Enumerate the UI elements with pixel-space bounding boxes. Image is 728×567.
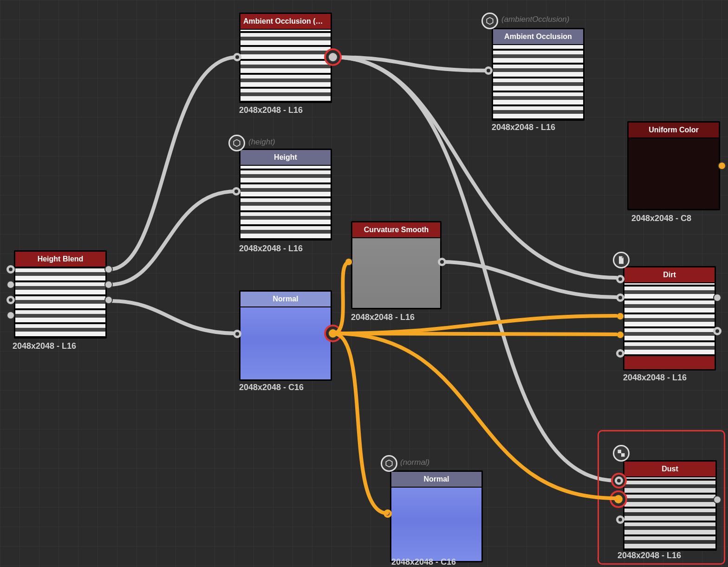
node-preview bbox=[240, 30, 331, 102]
input-port[interactable] bbox=[6, 311, 15, 319]
output-tag: (ambientOcclusion) bbox=[501, 15, 569, 24]
output-tag: (height) bbox=[248, 137, 275, 147]
node-dirt[interactable]: Dirt bbox=[623, 266, 716, 371]
output-port[interactable] bbox=[713, 495, 722, 504]
input-port-color[interactable] bbox=[384, 509, 392, 518]
output-port[interactable] bbox=[713, 327, 722, 335]
output-port-color-selected[interactable] bbox=[328, 328, 338, 339]
checker-icon bbox=[613, 445, 630, 462]
node-ambient-occlusion-hb[interactable]: Ambient Occlusion (HB... bbox=[239, 13, 332, 103]
node-resolution: 2048x2048 - C16 bbox=[391, 557, 456, 567]
input-port[interactable] bbox=[6, 296, 15, 304]
input-port[interactable] bbox=[232, 187, 240, 196]
node-resolution: 2048x2048 - L16 bbox=[618, 551, 681, 560]
node-normal-output[interactable]: Normal bbox=[390, 470, 483, 562]
cube-icon bbox=[481, 13, 498, 29]
node-ambient-occlusion-output[interactable]: Ambient Occlusion bbox=[492, 28, 585, 121]
node-resolution: 2048x2048 - L16 bbox=[351, 313, 415, 322]
input-port[interactable] bbox=[616, 515, 624, 524]
input-port[interactable] bbox=[233, 53, 241, 61]
node-preview bbox=[240, 166, 331, 239]
node-uniform-color[interactable]: Uniform Color bbox=[627, 121, 720, 210]
output-port[interactable] bbox=[438, 258, 446, 266]
node-preview bbox=[629, 138, 719, 209]
output-port-selected[interactable] bbox=[328, 52, 338, 62]
node-preview bbox=[493, 45, 583, 119]
node-resolution: 2048x2048 - C8 bbox=[631, 214, 691, 223]
node-footer bbox=[624, 355, 715, 369]
node-normal[interactable]: Normal bbox=[239, 290, 332, 381]
node-resolution: 2048x2048 - C16 bbox=[239, 383, 304, 392]
input-port[interactable] bbox=[616, 349, 624, 358]
node-curvature-smooth[interactable]: Curvature Smooth bbox=[351, 221, 442, 309]
output-tag: (normal) bbox=[400, 458, 429, 467]
input-port-color-selected[interactable] bbox=[613, 494, 624, 504]
node-preview bbox=[240, 307, 331, 379]
node-height-output[interactable]: Height bbox=[239, 149, 332, 241]
node-title: Normal bbox=[391, 472, 481, 488]
node-title: Height Blend bbox=[15, 252, 105, 267]
node-title: Dirt bbox=[624, 267, 715, 283]
node-preview bbox=[624, 283, 715, 355]
node-resolution: 2048x2048 - L16 bbox=[492, 123, 555, 132]
node-height-blend[interactable]: Height Blend bbox=[14, 250, 107, 339]
cube-icon bbox=[381, 455, 397, 472]
node-title: Ambient Occlusion bbox=[493, 29, 583, 45]
input-port-color[interactable] bbox=[616, 312, 624, 320]
output-port[interactable] bbox=[104, 280, 113, 289]
node-title: Dust bbox=[624, 462, 715, 477]
node-title: Normal bbox=[240, 292, 331, 307]
node-resolution: 2048x2048 - L16 bbox=[239, 105, 303, 115]
node-title: Height bbox=[240, 150, 331, 166]
input-port[interactable] bbox=[233, 330, 241, 338]
node-dust[interactable]: Dust bbox=[623, 460, 717, 551]
input-port[interactable] bbox=[484, 66, 493, 75]
node-preview bbox=[624, 477, 715, 549]
node-resolution: 2048x2048 - L16 bbox=[623, 373, 687, 383]
input-port[interactable] bbox=[6, 265, 15, 274]
node-preview bbox=[391, 488, 481, 561]
node-title: Uniform Color bbox=[629, 123, 719, 138]
input-port-color[interactable] bbox=[616, 331, 624, 339]
node-preview bbox=[15, 267, 105, 337]
input-port[interactable] bbox=[616, 293, 624, 302]
output-port[interactable] bbox=[104, 296, 113, 304]
document-icon bbox=[613, 252, 630, 268]
input-port[interactable] bbox=[6, 280, 15, 289]
node-title: Ambient Occlusion (HB... bbox=[240, 14, 331, 30]
node-resolution: 2048x2048 - L16 bbox=[239, 244, 303, 254]
input-port-color[interactable] bbox=[344, 258, 353, 266]
output-port[interactable] bbox=[104, 265, 113, 274]
node-resolution: 2048x2048 - L16 bbox=[13, 341, 76, 351]
node-title: Curvature Smooth bbox=[352, 222, 440, 238]
node-preview bbox=[352, 238, 440, 308]
cube-icon bbox=[228, 135, 245, 151]
input-port[interactable] bbox=[616, 275, 624, 283]
output-port[interactable] bbox=[713, 293, 722, 302]
output-port-color[interactable] bbox=[718, 162, 726, 170]
input-port-selected[interactable] bbox=[615, 476, 623, 485]
